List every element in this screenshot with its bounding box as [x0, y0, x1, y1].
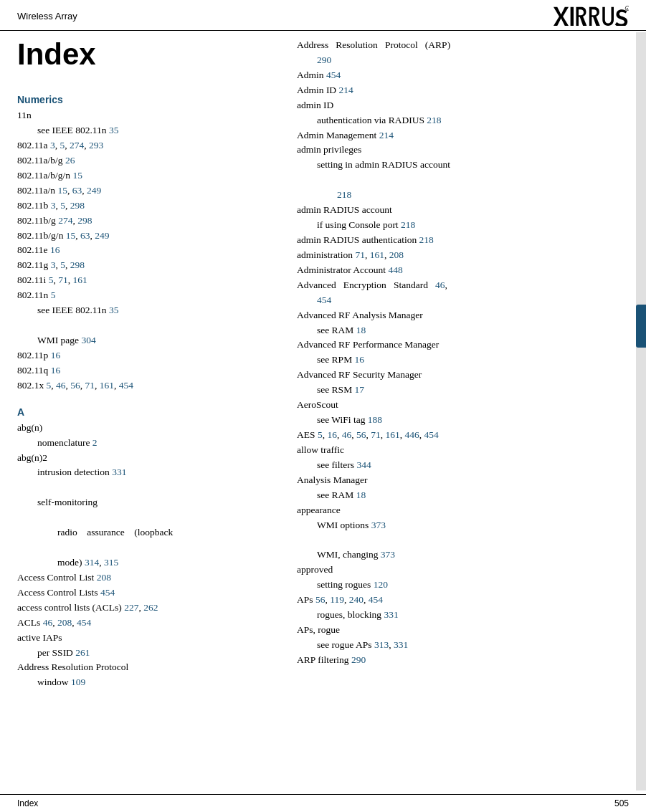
link[interactable]: 56	[70, 380, 80, 391]
right-column: Address Resolution Protocol (ARP) 290 Ad…	[282, 31, 629, 690]
link[interactable]: 331	[112, 467, 126, 477]
link[interactable]: 161	[73, 274, 87, 285]
link[interactable]: 161	[385, 429, 399, 440]
link[interactable]: 5	[47, 380, 52, 391]
link[interactable]: 71	[371, 429, 381, 440]
link[interactable]: 298	[70, 200, 85, 211]
link[interactable]: 261	[75, 647, 90, 658]
link[interactable]: 446	[404, 429, 419, 440]
link[interactable]: 109	[71, 677, 85, 687]
link[interactable]: 5	[49, 274, 54, 285]
link[interactable]: 240	[349, 594, 364, 605]
list-item: AeroScout see WiFi tag 188	[297, 398, 629, 428]
link[interactable]: 373	[371, 520, 386, 530]
link[interactable]: 315	[104, 557, 118, 568]
link[interactable]: 71	[355, 249, 365, 260]
link[interactable]: 208	[97, 572, 111, 583]
link[interactable]: 17	[355, 384, 365, 395]
link[interactable]: 373	[381, 549, 395, 560]
link[interactable]: 208	[57, 617, 72, 628]
link[interactable]: 15	[58, 185, 68, 196]
link[interactable]: 119	[330, 594, 344, 605]
link[interactable]: 46	[43, 617, 53, 628]
link[interactable]: 26	[65, 155, 75, 166]
link[interactable]: 35	[109, 305, 119, 315]
link[interactable]: 218	[337, 189, 351, 200]
link[interactable]: 274	[70, 140, 84, 151]
link[interactable]: 63	[80, 230, 90, 241]
link[interactable]: 454	[424, 429, 438, 440]
list-item: Admin ID 214	[297, 83, 629, 98]
link[interactable]: 46	[342, 429, 352, 440]
link[interactable]: 218	[401, 219, 415, 230]
list-item: 802.1x 5, 46, 56, 71, 161, 454	[17, 378, 268, 393]
link[interactable]: 218	[419, 234, 434, 245]
link[interactable]: 16	[355, 354, 365, 365]
link[interactable]: 188	[368, 414, 382, 425]
list-item: Address Resolution Protocol window 109	[17, 660, 268, 690]
link[interactable]: 454	[369, 594, 383, 605]
link[interactable]: 262	[143, 602, 158, 613]
scrollbar-thumb[interactable]	[636, 305, 646, 348]
link[interactable]: 214	[339, 85, 353, 95]
link[interactable]: 5	[60, 140, 65, 151]
link[interactable]: 46	[435, 280, 445, 290]
link[interactable]: 2	[92, 437, 98, 448]
link[interactable]: 3	[50, 140, 55, 151]
link[interactable]: 56	[356, 429, 366, 440]
link[interactable]: 249	[87, 185, 101, 196]
svg-rect-1	[571, 7, 574, 26]
list-item: 802.11b/g 274, 298	[17, 214, 268, 229]
link[interactable]: 214	[379, 130, 394, 140]
link[interactable]: 304	[81, 335, 95, 345]
link[interactable]: 63	[72, 185, 82, 196]
link[interactable]: 454	[77, 617, 91, 628]
link[interactable]: 454	[119, 380, 133, 391]
link[interactable]: 15	[66, 230, 76, 241]
link[interactable]: 313	[374, 639, 389, 650]
link[interactable]: 218	[427, 115, 441, 125]
link[interactable]: 331	[384, 609, 398, 620]
link[interactable]: 120	[374, 579, 388, 590]
link[interactable]: 454	[317, 295, 331, 305]
link[interactable]: 71	[85, 380, 95, 391]
link[interactable]: 18	[356, 325, 366, 335]
link[interactable]: 290	[351, 654, 366, 665]
link[interactable]: 3	[51, 259, 56, 270]
link[interactable]: 249	[95, 230, 109, 241]
link[interactable]: 71	[58, 274, 68, 285]
link[interactable]: 314	[85, 557, 99, 568]
link[interactable]: 208	[389, 249, 404, 260]
link[interactable]: 16	[327, 429, 337, 440]
link[interactable]: 298	[70, 259, 85, 270]
link[interactable]: 15	[73, 170, 83, 181]
link[interactable]: 448	[388, 264, 402, 275]
link[interactable]: 16	[51, 350, 61, 360]
link[interactable]: 454	[100, 587, 115, 598]
link[interactable]: 161	[370, 249, 384, 260]
link[interactable]: 344	[356, 459, 371, 470]
header-title: Wireless Array	[17, 11, 77, 22]
list-item: 802.11b 3, 5, 298	[17, 199, 268, 214]
link[interactable]: 18	[356, 489, 366, 500]
link[interactable]: 298	[77, 215, 92, 226]
link[interactable]: 46	[56, 380, 66, 391]
link[interactable]: 227	[124, 602, 138, 613]
link[interactable]: 274	[58, 215, 72, 226]
link[interactable]: 35	[109, 125, 119, 135]
link[interactable]: 161	[100, 380, 114, 391]
link[interactable]: 56	[315, 594, 326, 605]
link[interactable]: 3	[51, 200, 56, 211]
link[interactable]: 293	[89, 140, 103, 151]
link[interactable]: 454	[326, 70, 341, 80]
link[interactable]: 5	[318, 429, 323, 440]
link[interactable]: 290	[317, 54, 331, 65]
link[interactable]: 16	[50, 244, 60, 255]
link[interactable]: 5	[51, 290, 56, 300]
link[interactable]: 5	[60, 259, 65, 270]
link[interactable]: 16	[51, 365, 61, 376]
list-item: APs 56, 119, 240, 454 rogues, blocking 3…	[297, 593, 629, 623]
link[interactable]: 5	[60, 200, 65, 211]
link[interactable]: 331	[394, 639, 408, 650]
list-item: Access Control List 208	[17, 570, 268, 586]
